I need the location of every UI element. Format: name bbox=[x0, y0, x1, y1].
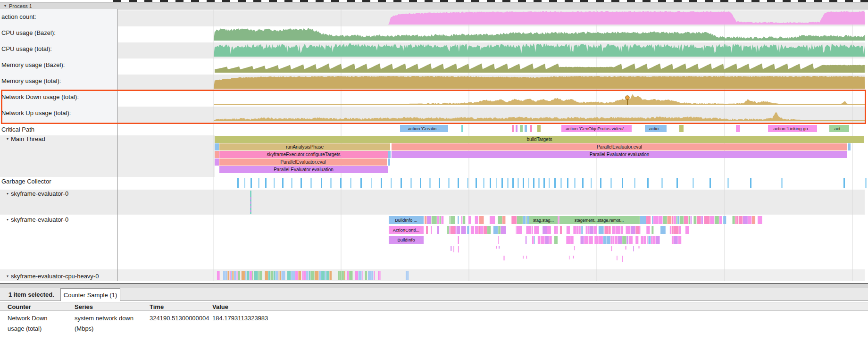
details-tab-bar bbox=[0, 288, 868, 301]
svg-text:stagement...stage.remot...: stagement...stage.remot... bbox=[575, 218, 624, 223]
skyframe-evaluator-0-track-1[interactable] bbox=[250, 191, 251, 214]
svg-text:stag.stag...: stag.stag... bbox=[533, 218, 554, 223]
main-thread-track[interactable]: buildTargetsrunAnalysisPhaseParallelEval… bbox=[215, 136, 864, 173]
timeline-canvas[interactable]: action 'Creatin...action 'GenObjcProtos … bbox=[0, 0, 868, 281]
svg-text:Parallel Evaluator evaluation: Parallel Evaluator evaluation bbox=[274, 167, 334, 172]
critical-path-track[interactable]: action 'Creatin...action 'GenObjcProtos … bbox=[400, 125, 849, 132]
svg-text:action 'GenObjcProtos video/..: action 'GenObjcProtos video/... bbox=[566, 126, 627, 131]
dense-slices-cpu-heavy-2[interactable] bbox=[338, 271, 375, 280]
dense-slices-eval2-drips1[interactable] bbox=[451, 246, 639, 252]
counter-chart-action-count[interactable] bbox=[215, 11, 865, 25]
cell-value: 184.1793113323983 bbox=[212, 313, 335, 334]
col-header-value: Value bbox=[212, 303, 335, 310]
col-header-counter: Counter bbox=[8, 303, 75, 310]
col-header-time: Time bbox=[150, 303, 212, 310]
svg-text:skyframeExecutor.configureTarg: skyframeExecutor.configureTargets bbox=[267, 152, 340, 157]
dense-slices-cpu-heavy-4[interactable] bbox=[406, 271, 409, 280]
svg-text:BuildInfo ...: BuildInfo ... bbox=[395, 217, 417, 223]
cell-series: system network down (Mbps) bbox=[75, 313, 150, 334]
counter-chart-cpu-total[interactable] bbox=[214, 43, 865, 57]
dense-slices-eval2-rowB[interactable] bbox=[426, 226, 689, 234]
svg-text:Parallel Evaluator evaluation: Parallel Evaluator evaluation bbox=[590, 152, 650, 157]
counter-table-header: Counter Series Time Value bbox=[0, 302, 868, 311]
counter-chart-cpu-bazel[interactable] bbox=[214, 28, 865, 41]
dense-slices-eval2-drips2[interactable] bbox=[503, 256, 623, 262]
panel-splitter-handle[interactable] bbox=[0, 284, 868, 288]
dense-slices-cpu-heavy-1[interactable] bbox=[217, 271, 332, 280]
dense-slices-cpu-heavy-3[interactable] bbox=[378, 271, 381, 280]
counter-chart-net-down[interactable] bbox=[214, 94, 865, 105]
svg-text:ActionConti...: ActionConti... bbox=[393, 227, 420, 233]
svg-text:runAnalysisPhase: runAnalysisPhase bbox=[286, 144, 324, 150]
dense-slices-eval2-rowC-sparse[interactable] bbox=[458, 236, 526, 244]
dense-slices-eval2-rowC[interactable] bbox=[532, 236, 681, 244]
selection-summary: 1 item selected. bbox=[8, 291, 54, 298]
svg-text:ParallelEvaluator.eval: ParallelEvaluator.eval bbox=[280, 159, 326, 165]
counter-chart-mem-bazel[interactable] bbox=[215, 63, 865, 73]
counter-table-row[interactable]: Network Down usage (total) system networ… bbox=[0, 313, 526, 334]
garbage-collector-track[interactable] bbox=[237, 178, 867, 188]
svg-text:actio...: actio... bbox=[649, 126, 662, 131]
svg-text:buildTargets: buildTargets bbox=[527, 137, 552, 142]
cell-time: 324190.51300000004 bbox=[150, 313, 212, 334]
counter-chart-net-up[interactable] bbox=[214, 112, 865, 121]
cell-counter: Network Down usage (total) bbox=[8, 313, 75, 334]
svg-text:action 'Creatin...: action 'Creatin... bbox=[408, 126, 440, 131]
svg-text:BuildInfo: BuildInfo bbox=[398, 237, 415, 242]
col-header-series: Series bbox=[75, 303, 150, 310]
counter-chart-mem-total[interactable] bbox=[214, 76, 865, 89]
svg-text:act...: act... bbox=[835, 126, 844, 131]
svg-text:ParallelEvaluator.eval: ParallelEvaluator.eval bbox=[597, 144, 642, 150]
svg-text:action 'Linking go...: action 'Linking go... bbox=[773, 126, 811, 131]
tab-counter-sample[interactable]: Counter Sample (1) bbox=[60, 288, 120, 301]
